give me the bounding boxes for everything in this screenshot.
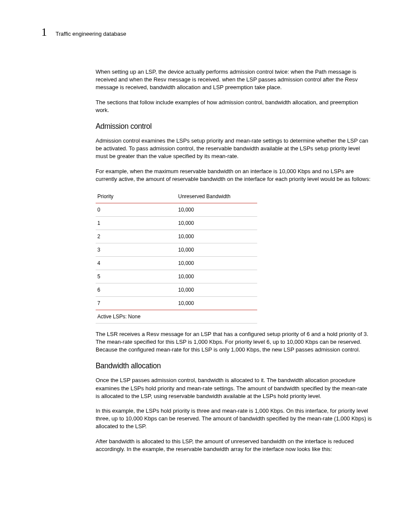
table-cell: 0	[96, 203, 177, 216]
table-cell: 4	[96, 256, 177, 270]
table-header-row: Priority Unreserved Bandwidth	[96, 190, 257, 203]
table-cell: 2	[96, 230, 177, 243]
table-cell: 10,000	[177, 203, 258, 216]
paragraph: After bandwidth is allocated to this LSP…	[96, 438, 372, 453]
table-row: 4 10,000	[96, 256, 257, 270]
table-row: 0 10,000	[96, 203, 257, 216]
table-cell: 7	[96, 296, 177, 310]
table-row: 6 10,000	[96, 283, 257, 296]
paragraph: When setting up an LSP, the device actua…	[96, 68, 372, 92]
paragraph: Once the LSP passes admission control, b…	[96, 376, 372, 400]
table-row: 2 10,000	[96, 230, 257, 243]
table-cell: 10,000	[177, 216, 258, 230]
chapter-number: 1	[41, 26, 47, 39]
content: When setting up an LSP, the device actua…	[96, 68, 372, 453]
table-row: 1 10,000	[96, 216, 257, 230]
paragraph: In this example, the LSPs hold priority …	[96, 407, 372, 431]
page-header: 1 Traffic engineering database	[41, 26, 372, 39]
table-header-cell: Priority	[96, 190, 177, 203]
table-cell: 10,000	[177, 243, 258, 256]
table-cell: 10,000	[177, 296, 258, 310]
paragraph: The sections that follow include example…	[96, 99, 372, 114]
table-cell: 10,000	[177, 283, 258, 296]
table-footer-cell: Active LSPs: None	[96, 310, 257, 323]
table-footer-row: Active LSPs: None	[96, 310, 257, 323]
table-cell: 6	[96, 283, 177, 296]
page: 1 Traffic engineering database When sett…	[0, 0, 411, 486]
chapter-title: Traffic engineering database	[56, 31, 126, 37]
table-cell: 10,000	[177, 230, 258, 243]
table-row: 5 10,000	[96, 270, 257, 283]
paragraph: Admission control examines the LSPs setu…	[96, 137, 372, 161]
table-cell: 1	[96, 216, 177, 230]
paragraph: For example, when the maximum reservable…	[96, 168, 372, 183]
heading-admission-control: Admission control	[96, 122, 358, 131]
table-cell: 5	[96, 270, 177, 283]
table-header-cell: Unreserved Bandwidth	[177, 190, 258, 203]
table-row: 7 10,000	[96, 296, 257, 310]
table-row: 3 10,000	[96, 243, 257, 256]
table-cell: 10,000	[177, 256, 258, 270]
table-cell: 10,000	[177, 270, 258, 283]
heading-bandwidth-allocation: Bandwidth allocation	[96, 361, 358, 370]
paragraph: The LSR receives a Resv message for an L…	[96, 330, 372, 354]
bandwidth-table: Priority Unreserved Bandwidth 0 10,000 1…	[96, 190, 257, 324]
table-cell: 3	[96, 243, 177, 256]
